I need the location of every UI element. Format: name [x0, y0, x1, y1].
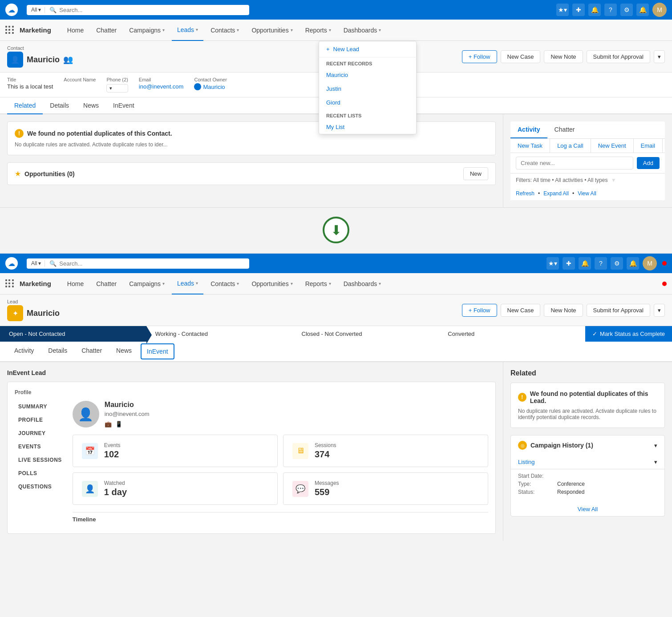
bottom-user-avatar[interactable]: M: [643, 256, 657, 270]
tab-related[interactable]: Related: [7, 97, 43, 114]
add-icon[interactable]: ✚: [572, 4, 585, 16]
nav-leads[interactable]: Leads▾ + New Lead Recent records Maurici…: [172, 20, 203, 41]
bottom-bell-icon[interactable]: 🔔: [627, 257, 639, 270]
new-note-button[interactable]: New Note: [544, 50, 583, 63]
bottom-nav-contacts[interactable]: Contacts▾: [205, 273, 244, 294]
bottom-nav-leads[interactable]: Leads▾: [172, 273, 203, 294]
new-task-action[interactable]: New Task: [510, 139, 550, 153]
listing-link[interactable]: Listing: [518, 459, 535, 465]
log-call-action[interactable]: Log a Call: [550, 139, 591, 153]
status-converted[interactable]: Converted: [439, 326, 585, 342]
lead-tab-details[interactable]: Details: [41, 342, 74, 361]
bottom-settings-icon[interactable]: ⚙: [611, 257, 623, 270]
view-all-campaigns-link[interactable]: View All: [511, 502, 664, 516]
create-new-input[interactable]: [516, 157, 633, 169]
search-scope[interactable]: All ▾: [31, 7, 45, 13]
refresh-link[interactable]: Refresh: [516, 190, 534, 197]
status-closed[interactable]: Closed - Not Converted: [293, 326, 439, 342]
settings-icon[interactable]: ⚙: [620, 4, 633, 16]
notifications-icon[interactable]: 🔔: [588, 4, 601, 16]
contact-main-panel: ! We found no potential duplicates of th…: [0, 114, 503, 207]
new-event-action[interactable]: New Event: [591, 139, 634, 153]
expand-all-link[interactable]: Expand All: [543, 190, 569, 197]
bottom-help-icon[interactable]: ?: [595, 257, 607, 270]
nav-live-sessions[interactable]: LIVE SESSIONS: [15, 454, 65, 466]
user-avatar[interactable]: M: [652, 3, 667, 17]
nav-events[interactable]: EVENTS: [15, 441, 65, 452]
lead-new-case-button[interactable]: New Case: [501, 304, 541, 317]
nav-profile[interactable]: PROFILE: [15, 414, 65, 426]
view-all-link[interactable]: View All: [578, 190, 596, 197]
status-open[interactable]: Open - Not Contacted: [0, 326, 146, 342]
scroll-down-arrow[interactable]: ⬇: [323, 217, 349, 243]
lead-record-actions: + Follow New Case New Note Submit for Ap…: [462, 304, 665, 317]
profile-briefcase-icon: 💼: [105, 421, 112, 427]
app-launcher-icon[interactable]: [5, 26, 14, 35]
nav-summary[interactable]: SUMMARY: [15, 401, 65, 412]
recent-lists-title: Recent lists: [319, 109, 416, 120]
lead-submit-approval-button[interactable]: Submit for Approval: [587, 304, 650, 317]
bell-icon[interactable]: 🔔: [636, 4, 649, 16]
submit-approval-button[interactable]: Submit for Approval: [587, 50, 650, 63]
help-icon[interactable]: ?: [604, 4, 617, 16]
bottom-nav-campaigns[interactable]: Campaigns▾: [124, 273, 170, 294]
activity-panel: Activity Chatter New Task Log a Call New…: [503, 114, 672, 207]
bottom-nav-chatter[interactable]: Chatter: [91, 273, 122, 294]
tab-news[interactable]: News: [76, 97, 106, 114]
lead-new-note-button[interactable]: New Note: [544, 304, 583, 317]
timeline-label: Timeline: [73, 512, 488, 526]
bottom-app-launcher-icon[interactable]: [5, 279, 14, 288]
nav-reports[interactable]: Reports▾: [300, 20, 336, 41]
lead-actions-dropdown[interactable]: ▾: [654, 304, 665, 317]
lead-follow-button[interactable]: + Follow: [462, 304, 497, 317]
tab-inevent[interactable]: InEvent: [106, 97, 141, 114]
lead-tab-activity[interactable]: Activity: [7, 342, 41, 361]
mark-complete-button[interactable]: ✓ Mark Status as Complete: [585, 326, 672, 342]
phone-dropdown[interactable]: ▾: [106, 84, 128, 93]
chatter-tab[interactable]: Chatter: [547, 121, 582, 138]
nav-journey[interactable]: JOURNEY: [15, 427, 65, 439]
search-input[interactable]: [59, 7, 245, 13]
recent-record-mauricio[interactable]: Mauricio: [319, 68, 416, 82]
recent-list-mylist[interactable]: My List: [319, 120, 416, 134]
bottom-nav-reports[interactable]: Reports▾: [300, 273, 336, 294]
sessions-label: Sessions: [315, 442, 336, 448]
bottom-add-icon[interactable]: ✚: [563, 257, 575, 270]
follow-button[interactable]: + Follow: [462, 50, 497, 63]
tab-details[interactable]: Details: [43, 97, 76, 114]
contact-icon: 👤: [7, 52, 23, 68]
record-type-label: Contact: [7, 45, 73, 51]
bottom-nav-opportunities[interactable]: Opportunities▾: [246, 273, 298, 294]
leads-dropdown: + New Lead Recent records Mauricio Justi…: [319, 41, 417, 134]
email-action[interactable]: Email: [634, 139, 663, 153]
actions-dropdown-button[interactable]: ▾: [654, 50, 665, 63]
bottom-nav-dashboards[interactable]: Dashboards▾: [338, 273, 387, 294]
add-button[interactable]: Add: [637, 157, 660, 169]
nav-contacts[interactable]: Contacts▾: [205, 20, 244, 41]
favorites-icon[interactable]: ★▾: [556, 4, 569, 16]
lead-tab-news[interactable]: News: [109, 342, 139, 361]
nav-chatter[interactable]: Chatter: [91, 20, 122, 41]
nav-opportunities[interactable]: Opportunities▾: [246, 20, 298, 41]
nav-questions[interactable]: QUESTIONS: [15, 481, 65, 492]
status-working[interactable]: Working - Contacted: [146, 326, 293, 342]
new-lead-item[interactable]: + New Lead: [319, 41, 416, 57]
nav-polls[interactable]: POLLS: [15, 468, 65, 479]
bottom-nav-home[interactable]: Home: [62, 273, 89, 294]
recent-record-giord[interactable]: Giord: [319, 96, 416, 109]
bottom-search-scope[interactable]: All ▾: [31, 260, 45, 266]
nav-dashboards[interactable]: Dashboards▾: [338, 20, 387, 41]
bottom-notifications-icon[interactable]: 🔔: [579, 257, 591, 270]
campaign-header[interactable]: ◎ Campaign History (1) ▾: [511, 436, 664, 455]
bottom-favorites-icon[interactable]: ★▾: [547, 257, 559, 270]
bottom-search-input[interactable]: [59, 260, 245, 267]
lead-tab-chatter[interactable]: Chatter: [74, 342, 109, 361]
lead-tab-inevent[interactable]: InEvent: [141, 343, 174, 359]
activity-tab[interactable]: Activity: [510, 121, 547, 138]
nav-campaigns[interactable]: Campaigns▾: [124, 20, 170, 41]
new-case-button[interactable]: New Case: [501, 50, 541, 63]
nav-home[interactable]: Home: [62, 20, 89, 41]
activity-links: Refresh • Expand All • View All: [510, 187, 665, 200]
recent-record-justin[interactable]: Justin: [319, 82, 416, 96]
new-opportunity-button[interactable]: New: [463, 167, 488, 180]
